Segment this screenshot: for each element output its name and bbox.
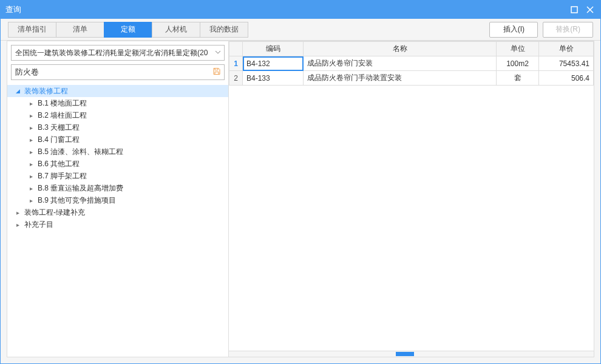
table-row[interactable]: 2B4-133成品防火卷帘门手动装置安装套506.4 <box>229 71 594 86</box>
tree-item[interactable]: ◢装饰装修工程 <box>7 85 228 97</box>
cell-name[interactable]: 成品防火卷帘门安装 <box>304 56 497 71</box>
tab-rcj[interactable]: 人材机 <box>152 22 200 38</box>
app-window: 查询 清单指引 清单 定额 人材机 我的数据 插入(I) 替换(R) 全国统一建… <box>0 0 601 364</box>
tree-item-label: 装饰装修工程 <box>24 86 68 96</box>
col-code[interactable]: 编码 <box>243 42 304 56</box>
category-tree: ◢装饰装修工程▸B.1 楼地面工程▸B.2 墙柱面工程▸B.3 天棚工程▸B.4… <box>7 84 228 357</box>
cell-unit[interactable]: 100m2 <box>497 56 539 71</box>
titlebar: 查询 <box>1 1 600 19</box>
chevron-right-icon[interactable]: ▸ <box>28 124 34 131</box>
maximize-icon[interactable] <box>569 4 580 15</box>
table-row[interactable]: 1B4-132成品防火卷帘门安装100m275453.41 <box>229 56 594 71</box>
standard-dropdown-value: 全国统一建筑装饰装修工程消耗量定额河北省消耗量定额(20 <box>11 45 225 61</box>
tree-item-label: 补充子目 <box>24 220 53 230</box>
tree-item-label: B.1 楼地面工程 <box>38 98 87 109</box>
tree-item[interactable]: ▸B.4 门窗工程 <box>7 133 228 146</box>
close-icon[interactable] <box>585 4 596 15</box>
tree-item-label: B.8 垂直运输及超高增加费 <box>38 183 123 194</box>
tree-item[interactable]: ▸B.2 墙柱面工程 <box>7 109 228 121</box>
chevron-right-icon[interactable]: ▸ <box>28 149 34 155</box>
chevron-right-icon[interactable]: ▸ <box>28 185 34 192</box>
col-unit[interactable]: 单位 <box>497 42 539 56</box>
chevron-right-icon[interactable]: ▸ <box>15 209 21 216</box>
results-table: 编码 名称 单位 单价 1B4-132成品防火卷帘门安装100m275453.4… <box>229 41 594 86</box>
table-header-row: 编码 名称 单位 单价 <box>229 42 594 56</box>
toolbar: 清单指引 清单 定额 人材机 我的数据 插入(I) 替换(R) <box>1 19 600 41</box>
row-number: 1 <box>229 56 243 71</box>
right-panel: 编码 名称 单位 单价 1B4-132成品防火卷帘门安装100m275453.4… <box>229 41 594 357</box>
cell-price[interactable]: 75453.41 <box>539 56 594 71</box>
window-controls <box>569 4 596 15</box>
cell-code[interactable]: B4-132 <box>243 56 304 71</box>
chevron-right-icon[interactable]: ▸ <box>28 136 34 143</box>
tree-item[interactable]: ▸补充子目 <box>7 218 228 231</box>
tree-item-label: B.6 其他工程 <box>38 159 80 169</box>
cell-unit[interactable]: 套 <box>497 71 539 86</box>
tree-item-label: 装饰工程-绿建补充 <box>24 207 85 218</box>
tree-item[interactable]: ▸B.8 垂直运输及超高增加费 <box>7 182 228 194</box>
tree-item-label: B.9 其他可竞争措施项目 <box>38 195 116 206</box>
insert-button[interactable]: 插入(I) <box>489 22 538 38</box>
horizontal-scrollbar[interactable] <box>229 351 594 357</box>
content-body: 全国统一建筑装饰装修工程消耗量定额河北省消耗量定额(20 ◢装饰装修工程▸B.1… <box>7 41 594 357</box>
chevron-right-icon[interactable]: ▸ <box>28 173 34 180</box>
tabs: 清单指引 清单 定额 人材机 我的数据 <box>8 22 248 38</box>
col-rownum <box>229 42 243 56</box>
cell-code[interactable]: B4-133 <box>243 71 304 86</box>
chevron-right-icon[interactable]: ▸ <box>28 112 34 119</box>
replace-button: 替换(R) <box>543 22 593 38</box>
standard-dropdown[interactable]: 全国统一建筑装饰装修工程消耗量定额河北省消耗量定额(20 <box>11 45 225 61</box>
tab-quota[interactable]: 定额 <box>104 22 152 38</box>
chevron-right-icon[interactable]: ▸ <box>15 221 21 228</box>
chevron-right-icon[interactable]: ▸ <box>28 197 34 204</box>
tree-item-label: B.5 油漆、涂料、裱糊工程 <box>38 147 123 157</box>
action-buttons: 插入(I) 替换(R) <box>489 22 593 38</box>
tab-list-guide[interactable]: 清单指引 <box>8 22 56 38</box>
tree-item[interactable]: ▸B.6 其他工程 <box>7 158 228 170</box>
chevron-down-icon[interactable]: ◢ <box>15 88 21 94</box>
scrollbar-handle[interactable] <box>396 352 414 356</box>
tab-list[interactable]: 清单 <box>56 22 104 38</box>
tree-item[interactable]: ▸B.3 天棚工程 <box>7 121 228 133</box>
cell-name[interactable]: 成品防火卷帘门手动装置安装 <box>304 71 497 86</box>
svg-rect-0 <box>571 7 577 13</box>
search-box <box>11 64 225 80</box>
tree-item[interactable]: ▸B.9 其他可竞争措施项目 <box>7 194 228 206</box>
cell-price[interactable]: 506.4 <box>539 71 594 86</box>
col-name[interactable]: 名称 <box>304 42 497 56</box>
tree-item[interactable]: ▸装饰工程-绿建补充 <box>7 206 228 218</box>
left-panel: 全国统一建筑装饰装修工程消耗量定额河北省消耗量定额(20 ◢装饰装修工程▸B.1… <box>7 41 229 357</box>
tree-item-label: B.4 门窗工程 <box>38 135 80 145</box>
col-price[interactable]: 单价 <box>539 42 594 56</box>
tree-item[interactable]: ▸B.5 油漆、涂料、裱糊工程 <box>7 146 228 158</box>
tree-item[interactable]: ▸B.1 楼地面工程 <box>7 97 228 109</box>
chevron-right-icon[interactable]: ▸ <box>28 161 34 167</box>
search-input[interactable] <box>11 64 225 80</box>
window-title: 查询 <box>5 4 21 15</box>
tree-item-label: B.7 脚手架工程 <box>38 171 87 181</box>
chevron-right-icon[interactable]: ▸ <box>28 100 34 107</box>
search-save-icon[interactable] <box>212 67 221 78</box>
tree-item-label: B.2 墙柱面工程 <box>38 110 87 121</box>
row-number: 2 <box>229 71 243 86</box>
tree-item-label: B.3 天棚工程 <box>38 123 80 133</box>
tree-item[interactable]: ▸B.7 脚手架工程 <box>7 170 228 182</box>
tab-mydata[interactable]: 我的数据 <box>200 22 248 38</box>
